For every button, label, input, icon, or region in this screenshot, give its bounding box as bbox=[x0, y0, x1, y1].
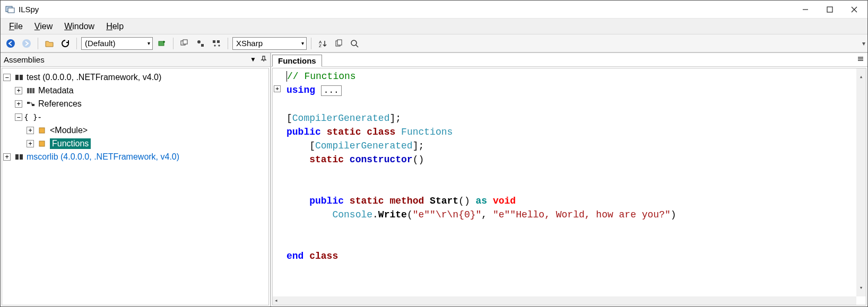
scroll-down-icon[interactable]: ▾ bbox=[860, 281, 863, 295]
open-button[interactable] bbox=[42, 37, 56, 50]
chevron-down-icon: ▾ bbox=[143, 40, 150, 46]
nav-back-button[interactable] bbox=[4, 37, 18, 50]
expand-icon[interactable]: + bbox=[3, 153, 11, 161]
menu-file[interactable]: File bbox=[4, 20, 28, 33]
code-token: class bbox=[309, 251, 338, 261]
tree-node-mscorlib[interactable]: + mscorlib (4.0.0.0, .NETFramework, v4.0… bbox=[3, 150, 267, 163]
menu-view[interactable]: View bbox=[29, 20, 58, 33]
code-token: Console bbox=[332, 209, 372, 220]
refresh-button[interactable] bbox=[58, 37, 72, 50]
tree-node-test[interactable]: − test (0.0.0.0, .NETFramework, v4.0) bbox=[3, 71, 267, 84]
title-bar: ILSpy bbox=[1, 1, 867, 19]
horizontal-scrollbar[interactable]: ◂ bbox=[273, 296, 856, 305]
code-token: Start bbox=[430, 196, 458, 206]
scroll-left-icon[interactable]: ◂ bbox=[274, 294, 278, 305]
code-token: void bbox=[493, 196, 516, 206]
expand-icon[interactable]: + bbox=[15, 100, 22, 108]
tab-overflow-icon[interactable] bbox=[857, 55, 864, 64]
chevron-down-icon: ▾ bbox=[297, 40, 304, 46]
add-button[interactable] bbox=[155, 37, 169, 50]
nav-forward-button[interactable] bbox=[20, 37, 33, 50]
svg-rect-1 bbox=[8, 8, 14, 13]
code-token: constructor bbox=[350, 154, 413, 165]
profile-combo[interactable]: (Default) ▾ bbox=[81, 37, 153, 50]
collapse-icon[interactable]: − bbox=[15, 113, 22, 121]
svg-rect-14 bbox=[217, 40, 220, 43]
toolbar-separator bbox=[228, 38, 228, 49]
svg-rect-23 bbox=[27, 88, 29, 93]
toolbar-overflow-icon[interactable]: ▾ bbox=[862, 40, 865, 47]
assemblies-pane: Assemblies ▼ − test (0.0.0.0, .NETFramew… bbox=[1, 53, 271, 306]
code-content[interactable]: // Functions using ... [CompilerGenerate… bbox=[273, 68, 866, 264]
language-combo[interactable]: XSharp ▾ bbox=[232, 37, 307, 50]
code-token: "e""\r\n{0}" bbox=[413, 209, 482, 220]
code-token: using bbox=[287, 85, 315, 95]
code-token: static bbox=[309, 154, 344, 165]
tab-functions[interactable]: Functions bbox=[272, 55, 322, 67]
windows-button[interactable] bbox=[178, 37, 192, 50]
scroll-up-icon[interactable]: ▴ bbox=[860, 70, 863, 84]
code-token: public bbox=[309, 196, 344, 206]
references-icon bbox=[25, 101, 36, 107]
window-title: ILSpy bbox=[19, 5, 39, 14]
code-ellipsis[interactable]: ... bbox=[321, 85, 342, 96]
tree-node-references[interactable]: + References bbox=[3, 97, 267, 110]
svg-rect-31 bbox=[20, 154, 23, 160]
search-button[interactable] bbox=[348, 37, 361, 50]
maximize-button[interactable] bbox=[818, 2, 842, 17]
tree-label: Metadata bbox=[38, 86, 74, 95]
collapse-icon[interactable]: − bbox=[3, 74, 11, 81]
code-editor[interactable]: + // Functions using ... [CompilerGenera… bbox=[272, 68, 866, 305]
close-button[interactable] bbox=[842, 2, 866, 17]
expand-icon[interactable]: + bbox=[15, 87, 22, 94]
svg-point-11 bbox=[197, 40, 201, 43]
menu-window[interactable]: Window bbox=[59, 20, 100, 33]
svg-rect-10 bbox=[183, 40, 187, 44]
minimize-button[interactable] bbox=[793, 2, 818, 17]
pane-dropdown-icon[interactable]: ▼ bbox=[250, 56, 256, 64]
tree-node-namespace[interactable]: − { } - bbox=[3, 110, 267, 124]
svg-rect-21 bbox=[15, 75, 19, 80]
class-icon bbox=[37, 127, 48, 134]
svg-point-19 bbox=[351, 40, 357, 46]
class-icon bbox=[37, 140, 48, 147]
code-pane: Functions + // Functions using ... [Comp… bbox=[271, 53, 867, 306]
toolbar-separator bbox=[173, 38, 173, 49]
code-token: end bbox=[287, 251, 303, 261]
menu-help[interactable]: Help bbox=[101, 20, 129, 33]
toolbar-separator bbox=[38, 38, 38, 49]
code-token: static bbox=[327, 127, 361, 137]
metadata-icon bbox=[25, 87, 36, 94]
tree-node-module[interactable]: + <Module> bbox=[3, 124, 267, 137]
expand-icon[interactable]: + bbox=[27, 127, 34, 134]
svg-point-7 bbox=[22, 39, 31, 48]
svg-rect-24 bbox=[30, 88, 32, 93]
code-token: // Functions bbox=[287, 71, 356, 82]
expand-icon[interactable]: + bbox=[27, 140, 34, 147]
toolbar-separator bbox=[76, 38, 77, 49]
tree-label: References bbox=[38, 99, 82, 109]
filter1-button[interactable] bbox=[194, 37, 207, 50]
tree-label: - bbox=[38, 112, 41, 122]
tree-node-functions[interactable]: + Functions bbox=[3, 137, 267, 150]
code-token: method bbox=[389, 196, 424, 206]
app-icon bbox=[5, 4, 15, 15]
sort-button[interactable]: AZ bbox=[316, 37, 329, 50]
code-token: CompilerGenerated bbox=[315, 141, 413, 151]
code-token: static bbox=[350, 196, 384, 206]
assembly-icon bbox=[14, 154, 24, 160]
copy-button[interactable] bbox=[332, 37, 345, 50]
svg-rect-13 bbox=[213, 40, 215, 43]
svg-rect-22 bbox=[20, 75, 23, 80]
svg-rect-28 bbox=[39, 128, 45, 133]
assemblies-tree[interactable]: − test (0.0.0.0, .NETFramework, v4.0) + … bbox=[2, 68, 269, 305]
menu-bar: File View Window Help bbox=[1, 19, 867, 34]
pane-pin-icon[interactable] bbox=[261, 56, 267, 64]
vertical-scrollbar[interactable]: ▴ ▾ bbox=[856, 68, 866, 296]
filter2-button[interactable] bbox=[210, 37, 223, 50]
main-split: Assemblies ▼ − test (0.0.0.0, .NETFramew… bbox=[1, 52, 867, 306]
fold-expand-icon[interactable]: + bbox=[274, 85, 281, 92]
tree-node-metadata[interactable]: + Metadata bbox=[3, 84, 267, 97]
code-token: as bbox=[476, 196, 488, 206]
code-token: CompilerGenerated bbox=[292, 113, 390, 124]
